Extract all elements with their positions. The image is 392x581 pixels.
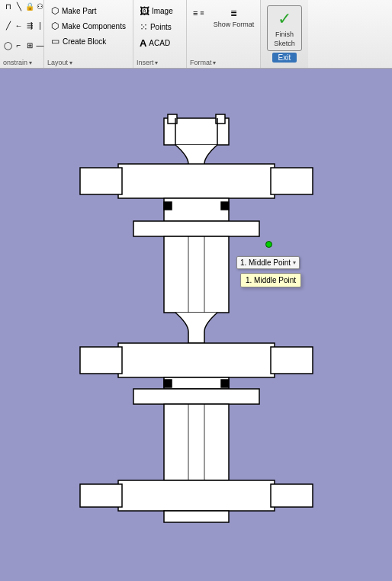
points-label: Points (150, 23, 172, 31)
constrain-label[interactable]: onstrain (3, 59, 40, 68)
svg-rect-26 (80, 484, 122, 507)
show-format-icon: ≣ (230, 8, 237, 18)
dropdown-arrow-icon[interactable]: ▾ (293, 259, 296, 266)
format-lines-button[interactable]: ≡ ≡ (190, 6, 207, 20)
svg-rect-15 (118, 343, 275, 377)
make-part-button[interactable]: ⬡ Make Part (47, 3, 130, 18)
svg-rect-5 (118, 164, 275, 198)
format-lines-icon: ≡ (193, 8, 198, 18)
constrain-icons-grid: ⊓ ╲ 🔒 ⚇ ╱ ← ⇶ | ◯ ⌐ ⊞ — (3, 2, 40, 59)
exit-label[interactable]: Exit (272, 53, 297, 63)
finish-label: Finish (275, 30, 294, 38)
make-components-label: Make Components (62, 22, 126, 30)
svg-rect-21 (133, 389, 259, 404)
svg-rect-17 (271, 347, 313, 374)
constrain-icon-6[interactable]: ← (14, 21, 24, 30)
show-format-button[interactable]: ≣ Show Format (210, 6, 258, 30)
image-button[interactable]: 🖼 Image (137, 3, 183, 19)
points-button[interactable]: ⁙ Points (137, 19, 183, 35)
checkmark-icon: ✓ (278, 9, 291, 29)
constrain-icon-10[interactable]: ⌐ (14, 40, 24, 50)
sketch-label: Sketch (274, 40, 295, 47)
acad-button[interactable]: A ACAD (137, 35, 183, 51)
svg-rect-7 (271, 168, 313, 194)
finish-sketch-button[interactable]: ✓ Finish Sketch (267, 5, 302, 51)
layout-label[interactable]: Layout (47, 59, 130, 68)
svg-rect-18 (164, 377, 229, 389)
middle-point-indicator (265, 241, 272, 248)
layout-group: ⬡ Make Part ⬡ Make Components ▭ Create B… (44, 0, 133, 68)
image-label: Image (152, 7, 173, 15)
create-block-icon: ▭ (51, 36, 59, 47)
canvas-area[interactable]: 1. Middle Point ▾ 1. Middle Point (0, 69, 392, 581)
svg-rect-19 (164, 380, 172, 387)
svg-rect-16 (80, 347, 122, 374)
constrain-icon-7[interactable]: ⇶ (24, 21, 34, 30)
svg-rect-8 (164, 198, 229, 221)
svg-rect-28 (164, 511, 229, 522)
format-label[interactable]: Format (190, 59, 257, 68)
toolbar: ⊓ ╲ 🔒 ⚇ ╱ ← ⇶ | ◯ ⌐ ⊞ — onstrain ⬡ Make … (0, 0, 392, 69)
make-part-icon: ⬡ (51, 5, 59, 16)
tooltip-box-text: 1. Middle Point (246, 276, 296, 284)
svg-rect-27 (271, 484, 313, 507)
points-icon: ⁙ (140, 21, 148, 33)
constrain-icon-11[interactable]: ⊞ (24, 40, 34, 50)
insert-group: 🖼 Image ⁙ Points A ACAD Insert (133, 0, 187, 68)
create-block-button[interactable]: ▭ Create Block (47, 34, 130, 49)
show-format-label: Show Format (214, 21, 255, 28)
svg-rect-10 (221, 202, 229, 210)
image-icon: 🖼 (140, 5, 149, 17)
create-block-label: Create Block (63, 37, 106, 46)
svg-rect-22 (164, 404, 229, 480)
svg-rect-6 (80, 168, 122, 194)
make-components-button[interactable]: ⬡ Make Components (47, 18, 130, 34)
tooltip-box: 1. Middle Point (240, 273, 301, 287)
middle-point-dropdown[interactable]: 1. Middle Point ▾ (236, 256, 300, 269)
finish-sketch-group: ✓ Finish Sketch Exit (261, 0, 308, 68)
insert-label[interactable]: Insert (137, 59, 183, 68)
constrain-icon-1[interactable]: ⊓ (3, 2, 13, 11)
svg-rect-12 (164, 236, 229, 313)
constrain-group: ⊓ ╲ 🔒 ⚇ ╱ ← ⇶ | ◯ ⌐ ⊞ — onstrain (0, 0, 44, 68)
constrain-icon-9[interactable]: ◯ (3, 40, 13, 50)
svg-rect-20 (221, 380, 229, 387)
svg-rect-9 (164, 202, 172, 210)
format-lines-subicon: ≡ (200, 9, 204, 17)
make-part-label: Make Part (62, 7, 97, 15)
make-components-icon: ⬡ (51, 21, 59, 31)
acad-icon: A (140, 37, 146, 49)
format-group: ≡ ≡ ≣ Show Format Format (187, 0, 261, 68)
drawing-svg (0, 69, 392, 581)
constrain-icon-3[interactable]: 🔒 (24, 2, 34, 11)
constrain-icon-2[interactable]: ╲ (14, 2, 24, 11)
constrain-icon-5[interactable]: ╱ (3, 21, 13, 30)
acad-label: ACAD (149, 39, 170, 47)
svg-rect-11 (133, 221, 259, 236)
tooltip-container: 1. Middle Point ▾ 1. Middle Point (236, 256, 300, 269)
middle-point-dropdown-text: 1. Middle Point (240, 258, 291, 267)
svg-rect-25 (118, 480, 275, 511)
